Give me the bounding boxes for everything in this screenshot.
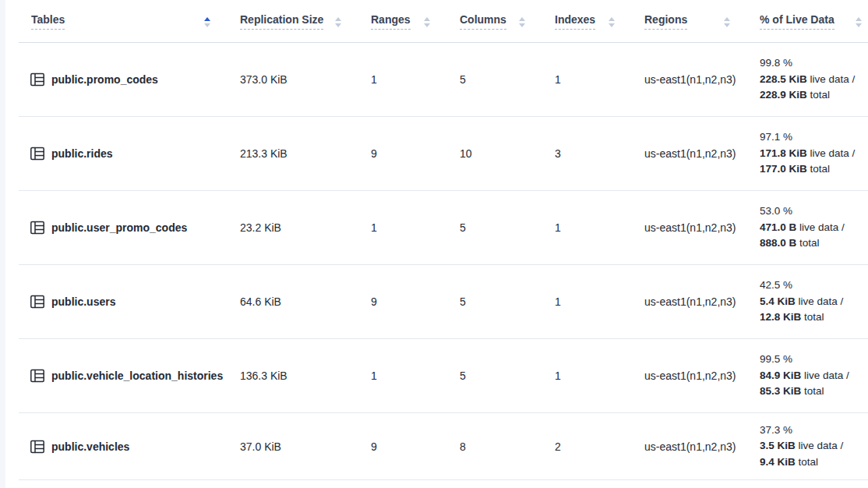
table-row: public.promo_codes 373.0 KiB 1 5 1 us-ea… [19, 43, 868, 117]
sort-icon [724, 17, 730, 27]
table-name: public.user_promo_codes [51, 221, 187, 234]
live-percent: 99.8 % [760, 55, 860, 72]
column-header-label: Columns [460, 13, 506, 30]
live-percent: 42.5 % [760, 278, 860, 294]
table-name: public.vehicle_location_histories [51, 370, 223, 382]
table-body: public.promo_codes 373.0 KiB 1 5 1 us-ea… [19, 43, 868, 480]
regions-cell: us-east1(n1,n2,n3) [644, 370, 760, 382]
column-header-columns[interactable]: Columns [460, 13, 555, 30]
ranges-cell: 9 [371, 147, 460, 160]
ranges-cell: 1 [371, 73, 460, 86]
table-icon [30, 368, 45, 384]
replication-size-cell: 23.2 KiB [240, 221, 371, 234]
table-row: public.user_promo_codes 23.2 KiB 1 5 1 u… [19, 191, 868, 265]
table-row: public.vehicles 37.0 KiB 9 8 2 us-east1(… [19, 413, 868, 480]
table-name: public.promo_codes [51, 73, 158, 86]
columns-cell: 5 [460, 370, 555, 382]
indexes-cell: 3 [555, 147, 644, 160]
tables-table: Tables Replication Size Ranges Columns I… [19, 0, 868, 480]
replication-size-cell: 213.3 KiB [240, 147, 371, 160]
live-data-cell: 99.8 % 228.5 KiB live data / 228.9 KiB t… [760, 55, 868, 104]
total-data-line: 85.3 KiB total [760, 384, 860, 400]
table-row: public.rides 213.3 KiB 9 10 3 us-east1(n… [19, 117, 868, 191]
live-data-line: 5.4 KiB live data / [760, 294, 860, 310]
sort-icon [424, 17, 430, 27]
column-header-replication-size[interactable]: Replication Size [240, 13, 371, 30]
live-data-line: 471.0 B live data / [760, 220, 860, 236]
live-data-line: 228.5 KiB live data / [760, 72, 860, 88]
total-data-line: 12.8 KiB total [760, 309, 860, 326]
live-data-line: 171.8 KiB live data / [760, 146, 860, 162]
table-name-cell[interactable]: public.rides [19, 146, 240, 161]
live-data-cell: 97.1 % 171.8 KiB live data / 177.0 KiB t… [760, 129, 868, 178]
live-data-cell: 37.3 % 3.5 KiB live data / 9.4 KiB total [760, 423, 868, 471]
replication-size-cell: 136.3 KiB [240, 370, 371, 382]
sort-icon [519, 17, 525, 27]
table-row: public.vehicle_location_histories 136.3 … [19, 339, 868, 413]
columns-cell: 5 [460, 221, 555, 234]
table-row: public.users 64.6 KiB 9 5 1 us-east1(n1,… [19, 265, 868, 339]
indexes-cell: 2 [555, 440, 644, 453]
columns-cell: 8 [460, 440, 555, 453]
column-header-ranges[interactable]: Ranges [371, 13, 460, 30]
table-icon [30, 72, 45, 87]
total-data-line: 177.0 KiB total [760, 161, 860, 178]
table-header-row: Tables Replication Size Ranges Columns I… [19, 0, 868, 43]
regions-cell: us-east1(n1,n2,n3) [644, 221, 760, 234]
sort-icon [335, 17, 341, 27]
total-data-line: 9.4 KiB total [760, 454, 860, 471]
ranges-cell: 9 [371, 440, 460, 453]
live-percent: 37.3 % [760, 423, 860, 439]
regions-cell: us-east1(n1,n2,n3) [644, 73, 760, 86]
live-percent: 97.1 % [760, 129, 860, 146]
live-data-cell: 42.5 % 5.4 KiB live data / 12.8 KiB tota… [760, 278, 868, 326]
ranges-cell: 9 [371, 295, 460, 308]
replication-size-cell: 373.0 KiB [240, 73, 371, 86]
indexes-cell: 1 [555, 73, 644, 86]
page-left-gutter [0, 0, 5, 488]
column-header-live-data[interactable]: % of Live Data [760, 13, 868, 30]
indexes-cell: 1 [555, 221, 644, 234]
table-name-cell[interactable]: public.promo_codes [19, 72, 240, 87]
live-percent: 53.0 % [760, 203, 860, 220]
ranges-cell: 1 [371, 221, 460, 234]
table-name-cell[interactable]: public.users [19, 294, 240, 309]
total-data-line: 888.0 B total [760, 235, 860, 252]
table-name-cell[interactable]: public.vehicles [19, 439, 240, 454]
columns-cell: 5 [460, 73, 555, 86]
column-header-regions[interactable]: Regions [644, 13, 760, 30]
regions-cell: us-east1(n1,n2,n3) [644, 295, 760, 308]
table-icon [30, 220, 45, 235]
total-data-line: 228.9 KiB total [760, 87, 860, 104]
column-header-tables[interactable]: Tables [19, 13, 240, 30]
table-name: public.users [51, 295, 115, 308]
ranges-cell: 1 [371, 370, 460, 382]
table-icon [30, 294, 45, 309]
columns-cell: 10 [460, 147, 555, 160]
table-name: public.vehicles [51, 440, 129, 453]
column-header-label: Regions [644, 13, 687, 30]
table-icon [30, 146, 45, 161]
column-header-label: % of Live Data [760, 13, 834, 30]
regions-cell: us-east1(n1,n2,n3) [644, 147, 760, 160]
sort-icon [204, 17, 210, 27]
column-header-label: Replication Size [240, 13, 323, 30]
column-header-label: Indexes [555, 13, 595, 30]
column-header-indexes[interactable]: Indexes [555, 13, 644, 30]
regions-cell: us-east1(n1,n2,n3) [644, 440, 760, 453]
replication-size-cell: 64.6 KiB [240, 295, 371, 308]
replication-size-cell: 37.0 KiB [240, 440, 371, 453]
column-header-label: Ranges [371, 13, 411, 30]
indexes-cell: 1 [555, 370, 644, 382]
live-data-cell: 53.0 % 471.0 B live data / 888.0 B total [760, 203, 868, 252]
table-name-cell[interactable]: public.user_promo_codes [19, 220, 240, 235]
sort-icon [856, 17, 862, 27]
table-icon [30, 439, 45, 454]
live-data-line: 84.9 KiB live data / [760, 368, 860, 384]
live-data-cell: 99.5 % 84.9 KiB live data / 85.3 KiB tot… [760, 352, 868, 400]
table-name-cell[interactable]: public.vehicle_location_histories [19, 368, 240, 384]
column-header-label: Tables [31, 13, 65, 30]
live-data-line: 3.5 KiB live data / [760, 438, 860, 454]
table-name: public.rides [51, 147, 113, 160]
indexes-cell: 1 [555, 295, 644, 308]
